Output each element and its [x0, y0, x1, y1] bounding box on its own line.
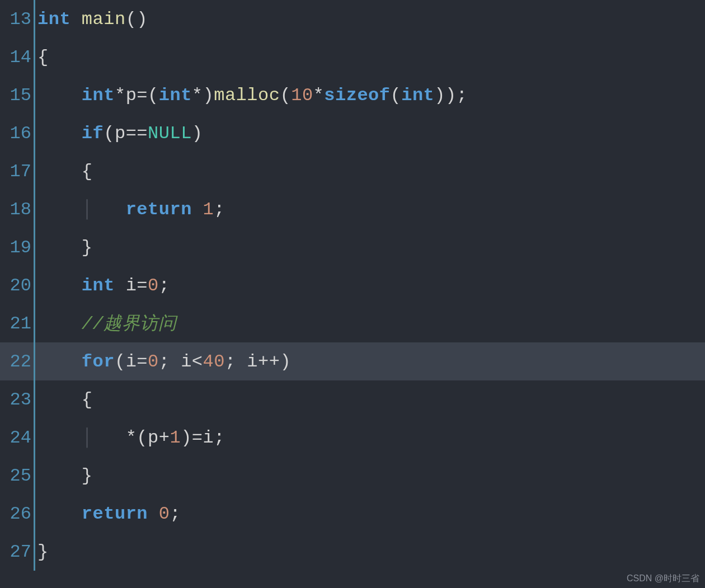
code-editor[interactable]: 13int main()14{15 int*p=(int*)malloc(10*… [0, 0, 705, 588]
token-kw: for [82, 351, 115, 372]
token-kw: int [37, 9, 70, 30]
token-punc: ; [214, 427, 225, 448]
token-op: = [192, 427, 203, 448]
code-line[interactable]: 17 { [0, 152, 705, 190]
code-line[interactable]: 19 } [0, 228, 705, 266]
token-punc: ( [280, 85, 291, 106]
token-op: == [126, 123, 148, 144]
token-punc: ) [192, 123, 203, 144]
line-number: 15 [0, 85, 34, 106]
token-num: 0 [148, 351, 159, 372]
token-op: * [115, 85, 126, 106]
token-punc [37, 351, 82, 372]
code-content[interactable]: int i=0; [35, 275, 170, 296]
token-num: 10 [291, 85, 313, 106]
code-content[interactable]: │ *(p+1)=i; [35, 427, 225, 448]
token-kw: return [82, 504, 148, 524]
line-number: 21 [0, 313, 34, 334]
token-punc: ; [159, 275, 170, 296]
token-num: 1 [170, 427, 181, 448]
line-number: 16 [0, 123, 34, 144]
token-ident: i [126, 275, 137, 296]
code-line[interactable]: 23 { [0, 380, 705, 418]
token-op: = [137, 275, 148, 296]
token-comment: //越界访问 [82, 314, 176, 335]
watermark-text: CSDN @时时三省 [627, 573, 699, 585]
code-line[interactable]: 24 │ *(p+1)=i; [0, 418, 705, 457]
line-number: 17 [0, 161, 34, 182]
code-line[interactable]: 25 } [0, 457, 705, 495]
token-punc: ( [137, 427, 148, 448]
line-number: 22 [0, 351, 34, 372]
token-punc: ; [170, 504, 181, 524]
token-kw: return [126, 199, 192, 220]
token-punc: } [37, 542, 49, 562]
line-number: 24 [0, 427, 34, 448]
code-content[interactable]: int*p=(int*)malloc(10*sizeof(int)); [35, 85, 467, 106]
token-punc [115, 275, 126, 296]
code-content[interactable]: if(p==NULL) [35, 123, 203, 144]
token-ident: p [115, 123, 126, 144]
code-content[interactable]: │ return 1; [35, 199, 225, 220]
token-ident: p [126, 85, 137, 106]
code-content[interactable]: for(i=0; i<40; i++) [35, 351, 291, 372]
token-punc: ; [159, 351, 181, 372]
token-num: 0 [159, 504, 170, 524]
token-punc: { [37, 389, 93, 410]
token-fn: main [82, 9, 126, 30]
token-punc: } [37, 237, 93, 258]
line-number: 23 [0, 389, 34, 410]
token-op: < [192, 351, 203, 372]
code-line[interactable]: 18 │ return 1; [0, 190, 705, 228]
token-ident: i [126, 351, 137, 372]
token-punc [70, 9, 82, 30]
token-const: NULL [148, 123, 192, 144]
line-number: 14 [0, 47, 34, 68]
token-punc [37, 427, 82, 448]
line-number: 20 [0, 275, 34, 296]
token-kw: int [159, 85, 192, 106]
code-line[interactable]: 15 int*p=(int*)malloc(10*sizeof(int)); [0, 76, 705, 114]
code-content[interactable]: } [35, 237, 93, 258]
line-number: 26 [0, 504, 34, 524]
code-line[interactable]: 13int main() [0, 0, 705, 38]
token-punc [37, 275, 82, 296]
token-kw: int [82, 275, 115, 296]
token-num: 40 [203, 351, 225, 372]
token-punc: ) [181, 427, 192, 448]
code-line[interactable]: 21 //越界访问 [0, 304, 705, 342]
code-line[interactable]: 22 for(i=0; i<40; i++) [0, 342, 705, 380]
token-punc: { [37, 161, 93, 182]
token-punc: () [126, 9, 148, 30]
token-punc [148, 504, 159, 524]
token-indent-guide: │ [82, 427, 93, 448]
code-line[interactable]: 16 if(p==NULL) [0, 114, 705, 152]
token-num: 1 [203, 199, 214, 220]
token-kw: if [82, 123, 104, 144]
code-content[interactable]: { [35, 47, 49, 68]
code-content[interactable]: } [35, 542, 49, 562]
code-content[interactable]: { [35, 389, 93, 410]
token-op: + [159, 427, 170, 448]
line-number: 19 [0, 237, 34, 258]
token-kw: int [82, 85, 115, 106]
code-line[interactable]: 27} [0, 533, 705, 571]
line-number: 27 [0, 542, 34, 562]
code-line[interactable]: 14{ [0, 38, 705, 76]
token-ident: i [181, 351, 192, 372]
code-line[interactable]: 26 return 0; [0, 495, 705, 533]
code-content[interactable]: //越界访问 [35, 311, 176, 336]
code-line[interactable]: 20 int i=0; [0, 266, 705, 304]
token-punc: ) [203, 85, 214, 106]
token-punc [37, 199, 82, 220]
token-punc [37, 123, 82, 144]
code-content[interactable]: int main() [35, 9, 148, 30]
token-punc [37, 85, 82, 106]
token-fn: malloc [214, 85, 280, 106]
code-content[interactable]: } [35, 465, 93, 486]
code-content[interactable]: { [35, 161, 93, 182]
token-op: * [126, 427, 137, 448]
code-content[interactable]: return 0; [35, 504, 181, 524]
token-op: * [313, 85, 325, 106]
token-punc [93, 199, 126, 220]
